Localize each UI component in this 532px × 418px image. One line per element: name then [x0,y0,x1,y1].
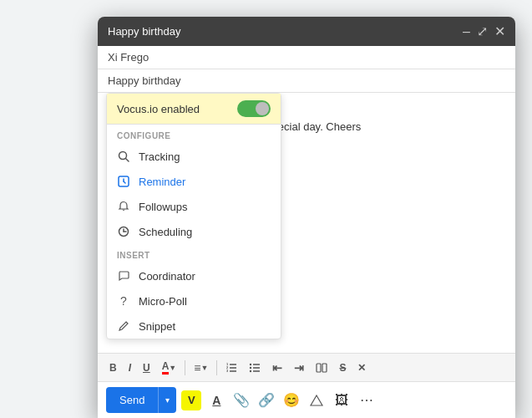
toggle-thumb [256,102,269,115]
send-button[interactable]: Send [106,387,158,413]
svg-text:3: 3 [226,369,229,373]
photo-button[interactable]: 🖼 [332,390,352,410]
menu-item-scheduling[interactable]: Scheduling [107,219,281,244]
font-color-button[interactable]: A ▼ [157,357,182,378]
menu-item-followups[interactable]: Followups [107,194,281,219]
compose-header: Happy birthday – ⤢ ✕ [98,17,515,46]
menu-item-snippet[interactable]: Snippet [107,314,281,339]
svg-line-1 [126,159,129,162]
compose-window: Happy birthday – ⤢ ✕ Xi Frego Happy birt… [98,17,515,418]
pencil-icon [117,319,130,333]
maximize-button[interactable]: ⤢ [477,23,488,39]
italic-button[interactable]: I [124,359,136,377]
align-button[interactable]: ≡ ▼ [189,358,213,378]
reminder-label: Reminder [139,176,185,188]
micro-poll-label: Micro-Poll [139,295,187,308]
compose-toolbar: B I U A ▼ ≡ ▼ 1 2 3 [98,353,515,381]
question-icon: ? [117,294,130,308]
svg-line-4 [124,181,125,183]
compose-bottom: Send ▾ V A 📎 🔗 😊 🖼 ⋯ [98,381,515,418]
link-button[interactable]: 🔗 [256,390,276,410]
svg-rect-21 [322,364,327,372]
vocus-button[interactable]: V [181,390,201,410]
svg-marker-22 [311,395,322,405]
quote-button[interactable] [311,359,332,377]
svg-point-19 [250,370,251,371]
toolbar-divider-1 [185,360,185,375]
font-color-bottom-button[interactable]: A [206,390,226,410]
indent-increase-button[interactable]: ⇥ [289,358,309,378]
ordered-list-button[interactable]: 1 2 3 [220,359,242,377]
bell-icon [117,200,130,213]
remove-format-button[interactable]: ✕ [352,359,371,377]
gmail-background: Happy birthday – ⤢ ✕ Xi Frego Happy birt… [0,0,532,418]
vocus-enabled-bar: Vocus.io enabled [107,94,281,125]
svg-point-17 [250,363,251,364]
to-field[interactable]: Xi Frego [98,46,515,69]
configure-section-label: CONFIGURE [107,125,281,144]
svg-rect-20 [317,364,321,372]
drive-button[interactable] [307,390,327,410]
send-options-button[interactable]: ▾ [158,387,176,413]
menu-item-coordinator[interactable]: Coordinator [107,263,281,288]
scheduling-label: Scheduling [139,226,192,238]
coordinator-label: Coordinator [139,270,195,283]
menu-item-micro-poll[interactable]: ? Micro-Poll [107,288,281,314]
compose-body[interactable]: Hey Xi Wishing you a good one on your sp… [98,93,515,353]
insert-section-label: INSERT [107,244,281,263]
indent-decrease-button[interactable]: ⇤ [267,358,287,378]
minimize-button[interactable]: – [463,24,470,39]
underline-button[interactable]: U [138,359,155,377]
menu-item-reminder[interactable]: Reminder [107,169,281,194]
subject-field[interactable]: Happy birthday [98,69,515,92]
strikethrough-button[interactable]: S [334,359,351,377]
toolbar-divider-2 [216,360,217,375]
attach-button[interactable]: 📎 [231,390,251,410]
more-options-button[interactable]: ⋯ [357,390,377,410]
vocus-toggle[interactable] [237,100,271,117]
unordered-list-button[interactable] [244,359,266,377]
close-button[interactable]: ✕ [494,23,505,39]
compose-title: Happy birthday [108,25,180,38]
subject-value: Happy birthday [108,74,180,87]
clock-icon [117,225,130,238]
bold-button[interactable]: B [104,359,122,377]
compose-fields: Xi Frego Happy birthday [98,46,515,93]
to-value: Xi Frego [108,51,149,64]
toggle-track [237,100,271,117]
timer-icon [117,175,130,188]
compose-header-actions: – ⤢ ✕ [463,23,505,39]
snippet-label: Snippet [139,320,175,333]
menu-item-tracking[interactable]: Tracking [107,144,281,169]
emoji-button[interactable]: 😊 [281,390,301,410]
vocus-enabled-label: Vocus.io enabled [117,103,200,115]
tracking-label: Tracking [139,150,180,163]
vocus-dropdown: Vocus.io enabled CONFIGURE [106,93,281,339]
vocus-v-icon: V [181,390,201,410]
search-icon [117,150,130,163]
followups-label: Followups [139,201,188,213]
send-group: Send ▾ [106,387,176,413]
chat-icon [117,269,130,283]
svg-point-18 [250,366,251,368]
